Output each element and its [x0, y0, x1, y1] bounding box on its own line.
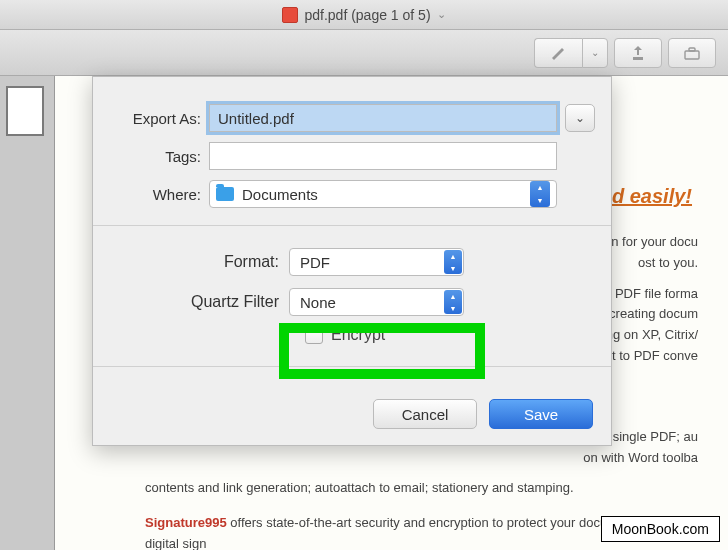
format-select[interactable]: PDF ▲▼	[289, 248, 464, 276]
where-select[interactable]: Documents ▲▼	[209, 180, 557, 208]
share-button[interactable]	[614, 38, 662, 68]
save-button[interactable]: Save	[489, 399, 593, 429]
export-as-input[interactable]	[209, 104, 557, 132]
quartz-filter-row: Quartz Filter None ▲▼	[109, 282, 595, 322]
toolbar: ⌄	[0, 30, 728, 76]
cancel-button[interactable]: Cancel	[373, 399, 477, 429]
export-as-row: Export As: ⌄	[109, 99, 595, 137]
separator	[93, 225, 611, 226]
dialog-buttons: Cancel Save	[373, 399, 593, 429]
pdf-doc-icon	[282, 7, 298, 23]
chevron-down-icon: ⌄	[575, 111, 585, 125]
stepper-icon: ▲▼	[444, 250, 462, 274]
svg-rect-1	[689, 48, 695, 51]
thumbnails-sidebar	[0, 76, 55, 550]
quartz-filter-select[interactable]: None ▲▼	[289, 288, 464, 316]
quartz-filter-value: None	[300, 294, 336, 311]
where-row: Where: Documents ▲▼	[109, 175, 595, 213]
quartz-filter-label: Quartz Filter	[109, 293, 289, 311]
where-value: Documents	[242, 186, 318, 203]
format-value: PDF	[300, 254, 330, 271]
where-label: Where:	[109, 186, 209, 203]
page-thumbnail[interactable]	[6, 86, 44, 136]
pencil-icon	[550, 46, 568, 60]
stepper-icon: ▲▼	[530, 181, 550, 207]
encrypt-checkbox[interactable]	[305, 326, 323, 344]
expand-button[interactable]: ⌄	[565, 104, 595, 132]
folder-icon	[216, 187, 234, 201]
annotate-menu-button[interactable]: ⌄	[582, 38, 608, 68]
export-dialog: Export As: ⌄ Tags: Where: Documents ▲▼ F…	[92, 76, 612, 446]
tags-input[interactable]	[209, 142, 557, 170]
export-as-label: Export As:	[109, 110, 209, 127]
stepper-icon: ▲▼	[444, 290, 462, 314]
tags-row: Tags:	[109, 137, 595, 175]
doc-text: contents and link generation; autoattach…	[145, 478, 698, 499]
title-bar: pdf.pdf (page 1 of 5) ⌄	[0, 0, 728, 30]
chevron-down-icon: ⌄	[591, 47, 599, 58]
window-title: pdf.pdf (page 1 of 5)	[304, 7, 430, 23]
separator	[93, 366, 611, 367]
encrypt-label: Encrypt	[331, 326, 385, 344]
options-section: Format: PDF ▲▼ Quartz Filter None ▲▼ Enc…	[93, 238, 611, 348]
annotate-button[interactable]	[534, 38, 582, 68]
signature-label: Signature995	[145, 515, 227, 530]
tags-label: Tags:	[109, 148, 209, 165]
watermark: MoonBook.com	[601, 516, 720, 542]
share-icon	[630, 45, 646, 61]
tools-button[interactable]	[668, 38, 716, 68]
chevron-down-icon[interactable]: ⌄	[437, 8, 446, 21]
svg-rect-0	[685, 51, 699, 59]
toolbox-icon	[683, 46, 701, 60]
encrypt-row: Encrypt	[305, 326, 595, 344]
format-row: Format: PDF ▲▼	[109, 242, 595, 282]
format-label: Format:	[109, 253, 289, 271]
toolbar-markup-group: ⌄	[534, 38, 608, 68]
